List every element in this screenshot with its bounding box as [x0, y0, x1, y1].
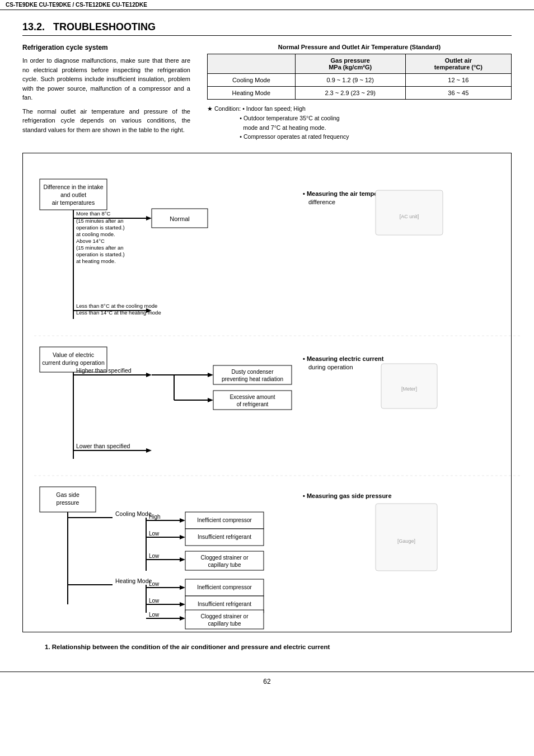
page-footer: 62	[0, 672, 534, 691]
svg-text:during operation: during operation	[308, 364, 353, 370]
svg-marker-39	[146, 448, 152, 453]
air-temp-label: Difference in the intake	[43, 184, 103, 190]
svg-text:More than 8°C: More than 8°C	[76, 210, 110, 217]
svg-rect-79	[376, 504, 437, 571]
row-label-heating: Heating Mode	[208, 87, 296, 100]
page-number: 62	[263, 678, 270, 685]
clogged-strainer-2: Clogged strainer or	[200, 613, 249, 619]
svg-text:at cooling mode.: at cooling mode.	[76, 231, 115, 237]
svg-text:Less than 14°C at the heating : Less than 14°C at the heating mode	[76, 309, 161, 316]
refrigeration-title: Refrigeration cycle system	[22, 44, 190, 51]
svg-marker-67	[180, 585, 185, 590]
col-header-outlet: Outlet airtemperature (°C)	[405, 54, 511, 74]
svg-text:Less than 8°C at the cooling m: Less than 8°C at the cooling mode	[76, 303, 157, 309]
svg-text:(15 minutes after an: (15 minutes after an	[76, 245, 124, 251]
gauge-illustration: [Gauge]	[397, 538, 415, 544]
svg-text:at heating mode.: at heating mode.	[76, 258, 116, 264]
footnote: 1. Relationship between the condition of…	[45, 644, 489, 650]
table-title: Normal Pressure and Outlet Air Temperatu…	[207, 44, 512, 50]
row-outlet-heating: 36 ~ 45	[405, 87, 511, 100]
condition-bullet: • Indoor fan speed; High	[242, 105, 306, 112]
conditions-block: ★ Condition: • Indoor fan speed; High • …	[207, 104, 512, 142]
ac-illustration: [AC unit]	[400, 214, 419, 219]
svg-text:air temperatures: air temperatures	[52, 199, 95, 206]
gas-pressure-label: Gas side	[56, 491, 79, 498]
svg-text:of refrigerant: of refrigerant	[237, 401, 269, 407]
table-row-cooling: Cooling Mode 0.9 ~ 1.2 (9 ~ 12) 12 ~ 16	[208, 74, 512, 87]
svg-marker-75	[180, 616, 185, 621]
condition-bullet-2: • Outdoor temperature 35°C at cooling	[240, 115, 339, 121]
col-header-empty	[208, 54, 296, 74]
dusty-condenser: Dusty condenser	[231, 369, 274, 375]
inefficient-compressor-1: Inefficient compressor	[197, 517, 252, 523]
section-title: 13.2. TROUBLESHOOTING	[22, 21, 512, 36]
svg-text:operation is started.): operation is started.)	[76, 224, 125, 231]
svg-text:capillary tube: capillary tube	[208, 562, 241, 568]
svg-text:Low: Low	[149, 530, 160, 537]
row-gas-heating: 2.3 ~ 2.9 (23 ~ 29)	[295, 87, 405, 100]
svg-marker-34	[208, 398, 213, 402]
row-label-cooling: Cooling Mode	[208, 74, 296, 87]
svg-text:preventing heat radiation: preventing heat radiation	[222, 376, 283, 382]
condition-bullet-3: • Compressor operates at rated frequency	[240, 133, 349, 140]
ref-para-1: In order to diagnose malfunctions, make …	[22, 56, 190, 102]
svg-text:and outlet: and outlet	[60, 191, 86, 198]
pressure-table: Gas pressureMPa (kg/cm²G) Outlet airtemp…	[207, 54, 512, 100]
row-outlet-cooling: 12 ~ 16	[405, 74, 511, 87]
star-symbol: ★ Condition:	[207, 105, 242, 112]
header-text: CS-TE9DKE CU-TE9DKE / CS-TE12DKE CU-TE12…	[6, 2, 147, 8]
row-gas-cooling: 0.9 ~ 1.2 (9 ~ 12)	[295, 74, 405, 87]
insufficient-refrigerant-2: Insufficient refrigerant	[198, 601, 251, 607]
page-content: 13.2. TROUBLESHOOTING Refrigeration cycl…	[0, 10, 534, 666]
svg-text:Lower than specified: Lower than specified	[76, 443, 130, 449]
svg-text:Cooling Mode: Cooling Mode	[115, 510, 152, 517]
svg-marker-26	[146, 373, 152, 377]
section-heading: TROUBLESHOOTING	[53, 21, 156, 32]
insufficient-refrigerant-1: Insufficient refrigerant	[198, 534, 251, 540]
excessive-refrigerant: Excessive amount	[229, 394, 275, 400]
svg-marker-55	[180, 535, 185, 539]
clogged-strainer-1: Clogged strainer or	[200, 555, 249, 561]
svg-text:Heating Mode: Heating Mode	[115, 577, 152, 584]
page-header: CS-TE9DKE CU-TE9DKE / CS-TE12DKE CU-TE12…	[0, 0, 534, 10]
col-header-gas: Gas pressureMPa (kg/cm²G)	[295, 54, 405, 74]
meter-illustration: [Meter]	[401, 386, 417, 392]
svg-rect-20	[376, 190, 443, 235]
ref-para-2: The normal outlet air temperature and pr…	[22, 107, 190, 135]
table-row-heating: Heating Mode 2.3 ~ 2.9 (23 ~ 29) 36 ~ 45	[208, 87, 512, 100]
svg-marker-51	[180, 518, 185, 523]
condition-detail: mode and 7°C at heating mode.	[243, 124, 326, 131]
svg-text:Low: Low	[149, 598, 160, 604]
gas-pressure-annotation: • Measuring gas side pressure	[303, 492, 392, 499]
refrigeration-section: Refrigeration cycle system In order to d…	[22, 44, 512, 142]
svg-text:High: High	[149, 514, 161, 520]
ref-description: Refrigeration cycle system In order to d…	[22, 44, 190, 142]
svg-marker-5	[146, 216, 152, 220]
flow-diagram-svg: Difference in the intake and outlet air …	[34, 162, 521, 621]
svg-marker-71	[180, 602, 185, 607]
svg-text:pressure: pressure	[57, 499, 79, 506]
electric-label: Value of electric	[53, 351, 94, 358]
svg-text:operation is started.): operation is started.)	[76, 251, 125, 257]
inefficient-compressor-2: Inefficient compressor	[197, 584, 252, 590]
svg-marker-59	[180, 557, 185, 562]
electric-annotation: • Measuring electric current	[303, 355, 384, 362]
svg-text:(15 minutes after an: (15 minutes after an	[76, 218, 124, 224]
section-number: 13.2.	[22, 21, 45, 32]
svg-text:Higher than specified: Higher than specified	[76, 367, 132, 374]
ref-table-section: Normal Pressure and Outlet Air Temperatu…	[207, 44, 512, 142]
svg-text:Low: Low	[149, 612, 160, 618]
svg-text:Above 14°C: Above 14°C	[76, 238, 105, 244]
svg-text:difference: difference	[308, 199, 335, 205]
svg-text:current during operation: current during operation	[42, 359, 105, 366]
diagram-box: Difference in the intake and outlet air …	[22, 153, 512, 632]
svg-marker-29	[208, 373, 213, 377]
svg-text:Low: Low	[149, 553, 160, 559]
svg-text:capillary tube: capillary tube	[208, 621, 241, 627]
svg-text:Low: Low	[149, 581, 160, 587]
normal-result: Normal	[170, 215, 189, 222]
